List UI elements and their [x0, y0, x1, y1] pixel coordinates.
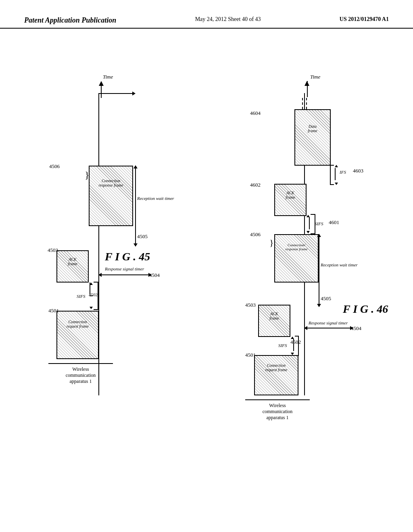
page-header: Patent Application Publication May 24, 2…: [0, 0, 413, 29]
top-arrow-45: [99, 93, 135, 94]
ref4504-46: 4504: [351, 325, 361, 332]
fig45-label: F I G . 45: [105, 250, 150, 263]
ack-frame-45: ACKframe: [56, 250, 89, 283]
ack-frame-lower-46: ACKframe: [258, 305, 290, 337]
ref4503-46: 4503: [245, 302, 256, 308]
ack-lower-label-46: ACKframe: [261, 312, 288, 320]
response-timer-label-46: Response signal timer: [309, 320, 348, 325]
conn-resp-label-46: Connection/response frame: [277, 243, 316, 251]
response-timer-line-46: [305, 328, 353, 328]
ref4506-45: 4506: [49, 163, 60, 170]
connection-response-frame-45: Connectionresponse frame: [89, 166, 133, 226]
patent-number: US 2012/0129470 A1: [340, 16, 389, 23]
ack-frame-46: ACKframe: [274, 184, 307, 216]
response-timer-label-45: Response signal timer: [105, 266, 144, 271]
data-frame-46: Dataframe: [294, 109, 331, 166]
dashed-top-46: [304, 96, 305, 102]
time-arrow-46: Time: [305, 81, 308, 97]
conn-req-label-46: Connectionrequest frame: [257, 363, 296, 372]
time-label-46: Time: [310, 74, 320, 80]
ref4602-46: 4602: [250, 182, 261, 188]
sifs-label-46a: SIFS: [315, 221, 323, 226]
connection-request-frame-46: Connectionrequest frame: [254, 355, 298, 395]
ifs-bracket-46: [330, 165, 342, 185]
ref4603-46: 4603: [353, 168, 363, 174]
ref4503-45: 4503: [48, 247, 58, 254]
brace-4506-45: }: [85, 170, 90, 181]
reception-wait-line-46: [319, 234, 319, 307]
dashed-v-46: [302, 98, 303, 109]
ref4505-45: 4505: [137, 233, 148, 240]
ref4601-46: 4601: [329, 219, 339, 226]
connection-response-frame-46: Connection/response frame: [274, 234, 319, 283]
ifs-label-46: IFS: [340, 170, 346, 175]
time-label-45: Time: [103, 74, 113, 80]
reception-wait-line-45: [135, 166, 136, 246]
data-frame-label-46: Dataframe: [297, 124, 328, 133]
reception-wait-label-46: Reception wait timer: [321, 262, 358, 267]
conn-resp-label-45: Connectionresponse frame: [92, 179, 130, 187]
sifs-bracket-46a: [305, 214, 315, 234]
conn-req-label-45: Connectionrequest frame: [59, 320, 96, 328]
main-content: Time Connectionrequest frame 4501 ACKfra…: [0, 29, 413, 528]
connection-request-frame-45: Connectionrequest frame: [56, 311, 99, 359]
ref4502-46: 4502: [290, 339, 301, 345]
sifs-label-45: SIFS: [77, 294, 85, 299]
wireless-apparatus-46: Wirelesscommunicationapparatus 1: [245, 399, 310, 421]
publication-title: Patent Application Publication: [24, 16, 116, 25]
ref4506-46: 4506: [250, 231, 261, 238]
response-timer-line-45: [99, 274, 151, 275]
sifs-label-46b: SIFS: [278, 343, 287, 348]
fig46-label: F I G . 46: [343, 303, 388, 316]
ack-label-45: ACKframe: [59, 257, 86, 266]
ack-label-46: ACKframe: [277, 191, 304, 200]
ref4501-45: 4501: [48, 308, 59, 314]
wireless-apparatus-45: Wirelesscommunicationapparatus 1: [48, 363, 113, 384]
reception-wait-label-45: Reception wait timer: [137, 196, 174, 201]
ref4505-46: 4505: [321, 295, 331, 302]
ref4501-46: 4501: [245, 352, 256, 358]
ref4504-45: 4504: [149, 272, 160, 278]
ref4502-45: 4502: [89, 292, 98, 297]
time-arrow-45: Time: [99, 81, 104, 98]
ref4604-46: 4604: [250, 110, 261, 116]
fig45-diagram: Time Connectionrequest frame 4501 ACKfra…: [24, 77, 186, 440]
fig46-diagram: Time Dataframe 4604 IFS 4603 ACKframe: [210, 77, 403, 440]
sheet-info: May 24, 2012 Sheet 40 of 43: [195, 16, 261, 23]
dashed-v2-46: [306, 98, 307, 109]
brace-4506-46: }: [269, 237, 274, 248]
